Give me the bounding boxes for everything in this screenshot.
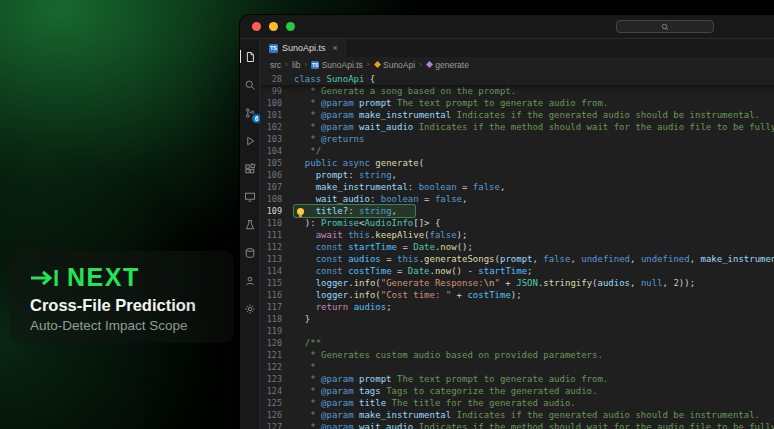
zoom-window-button[interactable] [286,22,295,31]
minimize-window-button[interactable] [269,22,278,31]
line-number: 104 [260,145,294,157]
code-line[interactable]: 101 * @param make_instrumental Indicates… [260,109,774,121]
code-line[interactable]: 99 * Generate a song based on the prompt… [260,85,774,97]
line-number: 105 [260,157,294,169]
run-debug-icon[interactable] [243,134,256,147]
breadcrumb-item-class[interactable]: SunoApi [374,60,416,70]
sticky-line[interactable]: 28class SunoApi { [260,73,375,85]
code-line[interactable]: 115 logger.info("Generate Response:\n" +… [260,277,774,289]
code-lines: 99 * Generate a song based on the prompt… [260,85,774,429]
code-line[interactable]: 123 * @param prompt The text prompt to g… [260,373,774,385]
line-number: 106 [260,169,294,181]
code-text: * @param make_instrumental Indicates if … [294,409,760,421]
tab-sunoapi-ts[interactable]: TS SunoApi.ts × [260,39,348,57]
line-number: 102 [260,121,294,133]
code-line[interactable]: 117 return audios; [260,301,774,313]
line-number: 123 [260,373,294,385]
line-number: 28 [260,73,294,85]
code-line[interactable]: 106 prompt: string, [260,169,774,181]
code-line[interactable]: 114 const costTime = Date.now() - startT… [260,265,774,277]
code-text: * @returns [294,133,364,145]
close-window-button[interactable] [252,22,261,31]
line-number: 125 [260,397,294,409]
traffic-lights [252,22,295,31]
code-line[interactable]: 113 const audios = this.generateSongs(pr… [260,253,774,265]
code-text: class SunoApi { [294,73,375,85]
code-text: wait_audio: boolean = false, [294,193,467,205]
line-number: 114 [260,265,294,277]
code-line[interactable]: 108 wait_audio: boolean = false, [260,193,774,205]
code-line[interactable]: 120 /** [260,337,774,349]
code-line[interactable]: 104 */ [260,145,774,157]
explorer-icon[interactable] [243,50,256,63]
line-number: 108 [260,193,294,205]
line-number: 112 [260,241,294,253]
titlebar [240,15,774,39]
promo-headline: Cross-File Prediction [30,296,234,315]
extensions-icon[interactable] [243,162,256,175]
code-line[interactable]: 102 * @param wait_audio Indicates if the… [260,121,774,133]
line-number: 127 [260,421,294,429]
code-editor[interactable]: 28class SunoApi { 99 * Generate a song b… [260,72,774,429]
method-symbol-icon [426,61,433,68]
settings-gear-icon[interactable] [243,302,256,315]
command-center-search[interactable] [616,20,714,33]
line-number: 101 [260,109,294,121]
account-icon[interactable] [243,274,256,287]
remote-explorer-icon[interactable] [243,190,256,203]
code-line[interactable]: 118 } [260,313,774,325]
source-control-icon[interactable]: 6 [243,106,256,119]
code-line[interactable]: 121 * Generates custom audio based on pr… [260,349,774,361]
line-number: 117 [260,301,294,313]
breadcrumb-item-src[interactable]: src [270,60,281,70]
line-number: 120 [260,337,294,349]
breadcrumb-separator: › [367,60,370,69]
breadcrumb-separator: › [285,60,288,69]
breadcrumb-item-file[interactable]: TS SunoApi.ts [311,60,363,70]
code-text: * @param wait_audio Indicates if the met… [294,421,774,429]
breadcrumb-separator: › [419,60,422,69]
line-number: 122 [260,361,294,373]
code-line[interactable]: 109 title?: string, [260,205,774,217]
line-number: 110 [260,217,294,229]
code-line[interactable]: 126 * @param make_instrumental Indicates… [260,409,774,421]
code-line[interactable]: 122 * [260,361,774,373]
breadcrumb-item-method[interactable]: generate [426,60,469,70]
promo-brand-row: NEXT [30,263,234,292]
code-line[interactable]: 103 * @returns [260,133,774,145]
tab-label: SunoApi.ts [282,43,326,53]
line-number: 107 [260,181,294,193]
code-line[interactable]: 111 await this.keepAlive(false); [260,229,774,241]
code-text: * @param make_instrumental Indicates if … [294,109,760,121]
code-line[interactable]: 124 * @param tags Tags to categorize the… [260,385,774,397]
lightbulb-icon[interactable] [297,208,304,215]
line-number: 115 [260,277,294,289]
search-sidebar-icon[interactable] [243,78,256,91]
arrow-bar-logo-icon [30,268,60,288]
code-text: } [294,313,310,325]
sticky-scroll[interactable]: 28class SunoApi { [260,72,774,85]
code-text: logger.info("Cost time: " + costTime); [294,289,522,301]
code-text: */ [294,145,321,157]
code-text: prompt: string, [294,169,397,181]
code-text: make_instrumental: boolean = false, [294,181,505,193]
code-text: * @param prompt The text prompt to gener… [294,373,608,385]
database-icon[interactable] [243,246,256,259]
tab-close-icon[interactable]: × [333,43,338,53]
code-line[interactable]: 112 const startTime = Date.now(); [260,241,774,253]
code-line[interactable]: 119 [260,325,774,337]
activity-bar: 6 [240,39,260,429]
code-line[interactable]: 100 * @param prompt The text prompt to g… [260,97,774,109]
testing-flask-icon[interactable] [243,218,256,231]
breadcrumb-item-lib[interactable]: lib [292,60,301,70]
code-line[interactable]: 105 public async generate( [260,157,774,169]
code-text: ): Promise<AudioInfo[]> { [294,217,440,229]
code-line[interactable]: 127 * @param wait_audio Indicates if the… [260,421,774,429]
code-line[interactable]: 110 ): Promise<AudioInfo[]> { [260,217,774,229]
code-line[interactable]: 125 * @param title The title for the gen… [260,397,774,409]
line-number: 124 [260,385,294,397]
code-line[interactable]: 116 logger.info("Cost time: " + costTime… [260,289,774,301]
code-text: * @param tags Tags to categorize the gen… [294,385,597,397]
code-line[interactable]: 107 make_instrumental: boolean = false, [260,181,774,193]
code-text: * [294,361,316,373]
